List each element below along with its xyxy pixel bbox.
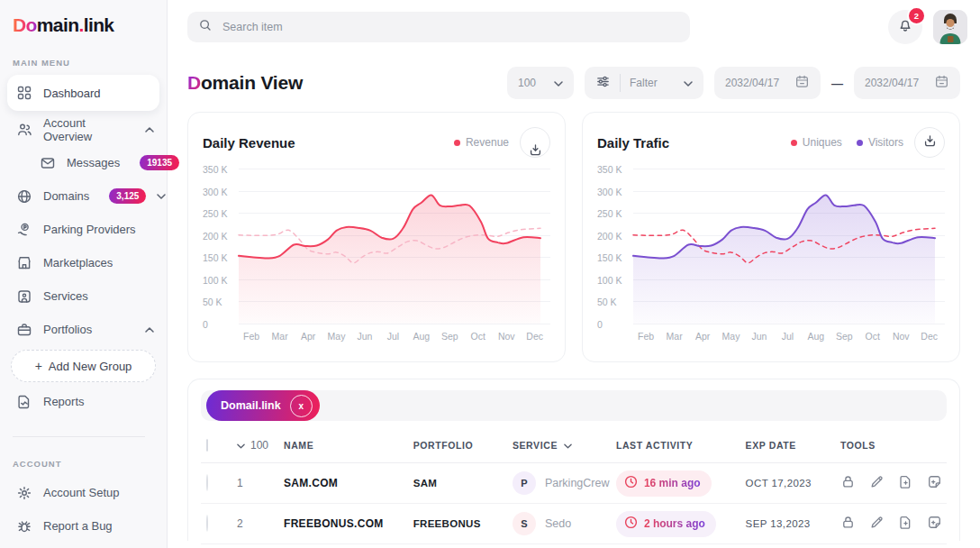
column-header-portfolio: PORTFOLIO bbox=[413, 440, 513, 451]
sidebar-item-domains[interactable]: Domains3,125 bbox=[0, 179, 167, 213]
legend-dot bbox=[454, 140, 460, 146]
sidebar-item-marketplaces[interactable]: Marketplaces bbox=[0, 246, 167, 279]
table-row: 2 FREEBONUS.COM FREEBONUS S Sedo 2 hours… bbox=[201, 504, 947, 544]
date-to-picker[interactable]: 2032/04/17 bbox=[854, 67, 960, 99]
select-all-checkbox[interactable] bbox=[206, 439, 208, 452]
sidebar-item-messages[interactable]: Messages19135 bbox=[0, 146, 167, 179]
add-new-group-button[interactable]: +Add New Group bbox=[11, 350, 156, 382]
y-tick-label: 50 K bbox=[203, 297, 222, 307]
download-button[interactable] bbox=[520, 127, 550, 158]
column-header-exp-date: EXP DATE bbox=[746, 440, 840, 451]
daily-trafic-chart-card: Daily Trafic UniquesVisitors 350 K300 K2… bbox=[582, 112, 960, 362]
search-input[interactable] bbox=[221, 20, 679, 34]
sidebar-item-label: Domains bbox=[43, 189, 89, 203]
sidebar-item-label: Messages bbox=[67, 156, 120, 169]
plus-icon: + bbox=[35, 359, 42, 373]
sidebar-item-label: Reports bbox=[43, 395, 85, 408]
lock-icon bbox=[840, 474, 856, 492]
x-tick-label: Nov bbox=[893, 331, 910, 342]
sidebar-item-label: Marketplaces bbox=[43, 256, 113, 269]
clock-icon bbox=[624, 475, 638, 492]
x-tick-label: Feb bbox=[638, 331, 654, 342]
edit-button[interactable] bbox=[869, 515, 885, 533]
chevron-down-icon bbox=[157, 194, 166, 199]
legend-item-uniques[interactable]: Uniques bbox=[791, 136, 842, 149]
remove-tag-button[interactable]: x bbox=[290, 395, 313, 417]
download-button[interactable] bbox=[914, 127, 945, 158]
logo-dark-text: main bbox=[37, 14, 79, 35]
row-checkbox[interactable] bbox=[206, 515, 208, 532]
chevron-up-icon bbox=[145, 327, 154, 333]
y-tick-label: 0 bbox=[203, 319, 208, 330]
sidebar-item-label: Services bbox=[43, 289, 88, 303]
chevron-down-icon bbox=[554, 77, 563, 89]
select-count-dropdown[interactable]: 100 bbox=[237, 439, 284, 452]
table-row: 1 SAM.COM SAM P ParkingCrew 16 min ago O… bbox=[201, 463, 947, 504]
sidebar-item-account-overview[interactable]: Account Overview bbox=[0, 113, 167, 146]
store-icon bbox=[16, 255, 32, 271]
x-tick-label: Aug bbox=[413, 331, 431, 342]
notifications-button[interactable]: 2 bbox=[888, 10, 922, 44]
column-header-tools: TOOLS bbox=[840, 440, 941, 451]
page-size-select[interactable]: 100 bbox=[507, 67, 574, 99]
chevron-down-icon bbox=[237, 439, 245, 452]
file-plus-button[interactable] bbox=[898, 474, 913, 492]
user-avatar[interactable] bbox=[933, 10, 967, 44]
x-tick-label: Jun bbox=[752, 331, 767, 342]
charts-row: Daily Revenue Revenue 350 K300 K250 K200… bbox=[168, 99, 980, 362]
main-menu-label: MAIN MENU bbox=[13, 58, 167, 68]
x-tick-label: Dec bbox=[526, 331, 543, 342]
legend-item-revenue[interactable]: Revenue bbox=[454, 136, 509, 149]
briefcase-icon bbox=[16, 322, 32, 338]
sidebar-item-account-setup[interactable]: Account Setup bbox=[0, 476, 167, 509]
count-badge: 3,125 bbox=[109, 188, 146, 204]
date-from-picker[interactable]: 2032/04/17 bbox=[714, 67, 821, 99]
y-tick-label: 200 K bbox=[203, 231, 227, 242]
divider bbox=[620, 74, 621, 92]
y-tick-label: 250 K bbox=[597, 208, 622, 219]
sidebar-item-reports[interactable]: Reports bbox=[0, 385, 167, 418]
topbar: 2 bbox=[168, 0, 980, 54]
y-tick-label: 350 K bbox=[597, 164, 622, 175]
legend-dot bbox=[857, 140, 863, 146]
row-checkbox[interactable] bbox=[206, 474, 208, 491]
table-body: 1 SAM.COM SAM P ParkingCrew 16 min ago O… bbox=[201, 463, 947, 544]
mail-icon bbox=[40, 155, 56, 171]
sidebar-item-services[interactable]: Services bbox=[0, 279, 167, 313]
column-header-service[interactable]: SERVICE bbox=[513, 440, 616, 451]
sidebar-item-parking-providers[interactable]: Parking Providers bbox=[0, 213, 167, 246]
portfolio-name: SAM bbox=[413, 478, 513, 489]
file-plus-button[interactable] bbox=[898, 515, 913, 533]
main-area: 2 Domain View 100 Falter 20 bbox=[168, 0, 980, 548]
note-plus-button[interactable] bbox=[927, 474, 942, 492]
sidebar-account-menu: Account SetupReport a Bug bbox=[0, 476, 167, 543]
sidebar-item-portfolios[interactable]: Portfolios bbox=[0, 313, 167, 346]
note-plus-button[interactable] bbox=[927, 515, 942, 533]
x-tick-label: Jun bbox=[358, 331, 373, 342]
lock-button[interactable] bbox=[840, 515, 856, 533]
filter-dropdown[interactable]: Falter bbox=[585, 67, 703, 99]
parking-icon bbox=[16, 222, 32, 238]
service-cell: P ParkingCrew bbox=[513, 471, 616, 495]
search-bar[interactable] bbox=[187, 12, 690, 42]
download-icon bbox=[922, 133, 938, 151]
edit-button[interactable] bbox=[869, 474, 885, 492]
app-logo: Domain.link bbox=[0, 14, 167, 36]
y-tick-label: 300 K bbox=[597, 187, 622, 197]
service-name: ParkingCrew bbox=[545, 477, 610, 489]
x-tick-label: Mar bbox=[667, 331, 683, 342]
domain-filter-tag[interactable]: Domail.link x bbox=[206, 390, 320, 421]
sidebar-item-report-a-bug[interactable]: Report a Bug bbox=[0, 509, 167, 543]
legend-item-visitors[interactable]: Visitors bbox=[857, 136, 903, 149]
x-tick-label: Jul bbox=[782, 331, 794, 342]
last-activity-badge: 2 hours ago bbox=[616, 511, 716, 537]
legend-label: Uniques bbox=[803, 136, 842, 149]
note-plus-icon bbox=[927, 474, 942, 492]
chart-title: Daily Trafic bbox=[597, 135, 669, 151]
chevron-up-icon bbox=[145, 127, 154, 132]
legend-label: Visitors bbox=[868, 136, 903, 149]
grid-icon bbox=[16, 85, 32, 101]
sidebar-item-dashboard[interactable]: Dashboard bbox=[7, 75, 159, 111]
lock-button[interactable] bbox=[840, 474, 856, 492]
y-tick-label: 250 K bbox=[203, 208, 227, 219]
